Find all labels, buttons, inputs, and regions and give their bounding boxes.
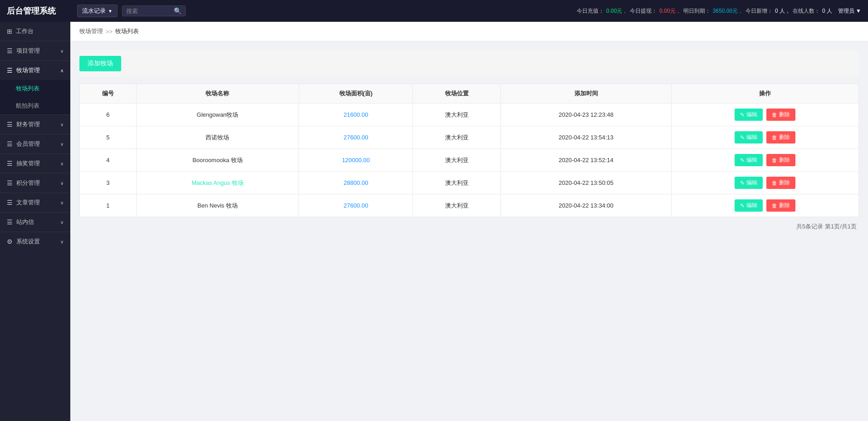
- cell-area: 27600.00: [299, 126, 413, 149]
- nav-dropdown[interactable]: 流水记录 ▼: [77, 5, 118, 17]
- sidebar-item-lottery[interactable]: ☰ 抽奖管理 ∨: [0, 154, 70, 173]
- content-area: 牧场管理 >> 牧场列表 添加牧场 编号 牧场名称 牧场面积(亩) 牧场位置 添…: [70, 22, 868, 421]
- cell-location: 澳大利亚: [413, 149, 501, 172]
- new-value: 0 人，: [775, 7, 790, 15]
- cell-actions: ✎ 编辑 🗑 删除: [672, 172, 859, 194]
- nav-controls: 流水记录 ▼ 🔍: [77, 5, 186, 17]
- project-icon: ☰: [7, 47, 13, 54]
- search-icon[interactable]: 🔍: [174, 7, 181, 15]
- message-icon: ☰: [7, 218, 13, 226]
- pasture-arrow-icon: ∧: [60, 68, 64, 73]
- trash-icon: 🗑: [772, 112, 777, 118]
- sidebar-item-points[interactable]: ☰ 积分管理 ∨: [0, 173, 70, 193]
- cell-id: 5: [80, 126, 137, 149]
- search-box: 🔍: [122, 5, 186, 16]
- col-header-time: 添加时间: [501, 84, 672, 104]
- table-row: 5 西诺牧场 27600.00 澳大利亚 2020-04-22 13:54:13…: [80, 126, 859, 149]
- cell-area: 21600.00: [299, 104, 413, 126]
- delete-button[interactable]: 🗑 删除: [766, 154, 795, 166]
- cell-id: 1: [80, 194, 137, 217]
- edit-icon: ✎: [740, 180, 745, 186]
- search-input[interactable]: [126, 8, 172, 15]
- cell-time: 2020-04-22 13:52:14: [501, 149, 672, 172]
- toolbar: 添加牧场: [79, 50, 859, 77]
- cell-time: 2020-04-22 13:34:00: [501, 194, 672, 217]
- online-value: 0 人: [822, 7, 832, 15]
- trash-icon: 🗑: [772, 203, 777, 209]
- article-arrow-icon: ∨: [60, 200, 64, 205]
- breadcrumb-separator: >>: [106, 28, 113, 35]
- sidebar-label-finance: 财务管理: [16, 120, 40, 129]
- header-stats: 今日充值： 0.00元， 今日提现： 0.00元， 明日到期： 3650.00元…: [577, 7, 861, 15]
- sidebar-item-article[interactable]: ☰ 文章管理 ∨: [0, 193, 70, 212]
- edit-icon: ✎: [740, 203, 745, 209]
- expire-value: 3650.00元，: [713, 7, 743, 15]
- cell-actions: ✎ 编辑 🗑 删除: [672, 194, 859, 217]
- sidebar-item-dashboard[interactable]: ⊞ 工作台: [0, 22, 70, 41]
- cell-id: 3: [80, 172, 137, 194]
- add-pasture-button[interactable]: 添加牧场: [79, 56, 121, 71]
- col-header-area: 牧场面积(亩): [299, 84, 413, 104]
- edit-button[interactable]: ✎ 编辑: [735, 109, 763, 121]
- sidebar-item-message[interactable]: ☰ 站内信 ∨: [0, 213, 70, 232]
- cell-id: 4: [80, 149, 137, 172]
- recharge-value: 0.00元，: [606, 7, 628, 15]
- trash-icon: 🗑: [772, 134, 777, 141]
- col-header-id: 编号: [80, 84, 137, 104]
- col-header-location: 牧场位置: [413, 84, 501, 104]
- cell-time: 2020-04-22 13:50:05: [501, 172, 672, 194]
- cell-name: Glengowan牧场: [136, 104, 299, 126]
- cell-name: Booroomooka 牧场: [136, 149, 299, 172]
- delete-button[interactable]: 🗑 删除: [766, 131, 795, 144]
- edit-button[interactable]: ✎ 编辑: [735, 154, 763, 166]
- sidebar-item-pasture[interactable]: ☰ 牧场管理 ∧: [0, 61, 70, 80]
- pasture-icon: ☰: [7, 67, 13, 74]
- expire-label: 明日到期：: [683, 7, 711, 15]
- finance-arrow-icon: ∨: [60, 122, 64, 127]
- edit-button[interactable]: ✎ 编辑: [735, 199, 763, 212]
- sidebar-item-member[interactable]: ☰ 会员管理 ∨: [0, 134, 70, 154]
- top-header: 后台管理系统 流水记录 ▼ 🔍 今日充值： 0.00元， 今日提现： 0.00元…: [0, 0, 868, 22]
- edit-button[interactable]: ✎ 编辑: [735, 131, 763, 144]
- sidebar-label-lottery: 抽奖管理: [16, 159, 40, 168]
- sidebar-label-member: 会员管理: [16, 140, 40, 148]
- breadcrumb: 牧场管理 >> 牧场列表: [70, 22, 868, 41]
- cell-time: 2020-04-23 12:23:48: [501, 104, 672, 126]
- sidebar-item-ranch-list[interactable]: 航拍列表: [0, 97, 70, 114]
- sidebar-label-pasture: 牧场管理: [16, 66, 40, 74]
- delete-button[interactable]: 🗑 删除: [766, 199, 795, 212]
- cell-name: Ben Nevis 牧场: [136, 194, 299, 217]
- delete-button[interactable]: 🗑 删除: [766, 177, 795, 189]
- sidebar-label-article: 文章管理: [16, 198, 40, 207]
- sidebar-item-project[interactable]: ☰ 项目管理 ∨: [0, 41, 70, 60]
- edit-icon: ✎: [740, 134, 745, 141]
- cell-time: 2020-04-22 13:54:13: [501, 126, 672, 149]
- recharge-label: 今日充值：: [577, 7, 604, 15]
- article-icon: ☰: [7, 199, 13, 206]
- withdraw-label: 今日提现：: [630, 7, 657, 15]
- user-menu[interactable]: 管理员 ▼: [838, 7, 861, 15]
- table-row: 3 Mackas Angus 牧场 28800.00 澳大利亚 2020-04-…: [80, 172, 859, 194]
- trash-icon: 🗑: [772, 157, 777, 163]
- sidebar-label-settings: 系统设置: [16, 238, 40, 246]
- edit-button[interactable]: ✎ 编辑: [735, 177, 763, 189]
- table-row: 1 Ben Nevis 牧场 27600.00 澳大利亚 2020-04-22 …: [80, 194, 859, 217]
- sidebar-sub-pasture: 牧场列表 航拍列表: [0, 80, 70, 114]
- member-arrow-icon: ∨: [60, 142, 64, 147]
- sidebar-item-settings[interactable]: ⚙ 系统设置 ∨: [0, 232, 70, 251]
- edit-icon: ✎: [740, 112, 745, 118]
- finance-icon: ☰: [7, 121, 13, 128]
- cell-actions: ✎ 编辑 🗑 删除: [672, 149, 859, 172]
- dashboard-icon: ⊞: [7, 28, 12, 35]
- delete-button[interactable]: 🗑 删除: [766, 109, 795, 121]
- table-row: 6 Glengowan牧场 21600.00 澳大利亚 2020-04-23 1…: [80, 104, 859, 126]
- settings-arrow-icon: ∨: [60, 239, 64, 244]
- sidebar-item-finance[interactable]: ☰ 财务管理 ∨: [0, 115, 70, 134]
- user-dropdown-icon: ▼: [856, 8, 861, 14]
- sidebar-item-pasture-list[interactable]: 牧场列表: [0, 80, 70, 97]
- sidebar-label-message: 站内信: [16, 218, 34, 226]
- sidebar-label-dashboard: 工作台: [16, 27, 34, 35]
- breadcrumb-parent: 牧场管理: [79, 27, 103, 35]
- dropdown-arrow-icon: ▼: [108, 9, 113, 14]
- new-label: 今日新增：: [745, 7, 773, 15]
